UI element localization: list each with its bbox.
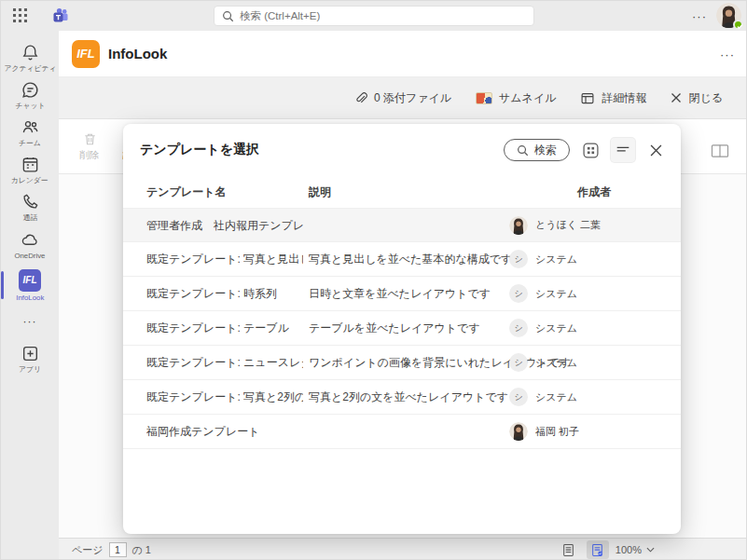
- search-icon: [222, 10, 234, 22]
- template-description: 日時と文章を並べたレイアウトです: [309, 286, 491, 302]
- grid-view-icon: [582, 142, 600, 159]
- details-window-icon: [580, 91, 595, 105]
- sidebar-item-chat[interactable]: チャット: [1, 77, 59, 115]
- delete-button[interactable]: 削除: [70, 125, 109, 168]
- zoom-value: 100%: [616, 544, 642, 555]
- template-picker-dialog: テンプレートを選択 検索: [123, 124, 681, 534]
- column-header-name: テンプレート名: [146, 184, 226, 200]
- creator-name: システム: [535, 287, 577, 301]
- creator-name: 福岡 初子: [535, 425, 579, 439]
- calendar-icon: [21, 155, 40, 174]
- sidebar-item-infolook[interactable]: IFL InfoLook: [1, 264, 59, 307]
- search-input[interactable]: [240, 10, 526, 21]
- table-row[interactable]: 既定テンプレート: テーブル テーブルを並べたレイアウトです シ システム: [123, 311, 681, 346]
- template-name: 既定テンプレート: ニュースレター: [146, 355, 303, 371]
- zoom-dropdown[interactable]: 100%: [616, 544, 655, 555]
- document-view-icon: [562, 543, 574, 557]
- sidebar-item-calls[interactable]: 通話: [1, 189, 59, 226]
- creator-avatar-initial: シ: [509, 284, 528, 303]
- page-total-label: の 1: [132, 543, 151, 557]
- phone-icon: [21, 192, 40, 212]
- sidebar-item-label: チーム: [19, 138, 41, 148]
- topbar-more-button[interactable]: ···: [692, 1, 707, 31]
- attachments-button[interactable]: 0 添付ファイル: [341, 83, 463, 113]
- thumbnail-button[interactable]: サムネイル: [463, 83, 568, 113]
- template-table: テンプレート名 説明 作成者 管理者作成 社内報用テンプレート: [123, 176, 681, 449]
- template-name: 管理者作成 社内報用テンプレート: [146, 217, 303, 233]
- sidebar-item-activity[interactable]: アクティビティ: [1, 40, 59, 77]
- template-name: 福岡作成テンプレート: [146, 424, 259, 440]
- details-label: 詳細情報: [602, 90, 646, 106]
- sidebar-item-label: OneDrive: [14, 251, 45, 259]
- list-view-button[interactable]: [611, 138, 635, 162]
- thumbnail-image-icon: [476, 92, 492, 104]
- people-icon: [21, 117, 40, 137]
- sidebar-item-teams[interactable]: チーム: [1, 115, 59, 152]
- table-row[interactable]: 管理者作成 社内報用テンプレート とうほく 二葉: [123, 208, 681, 242]
- close-label: 閉じる: [688, 90, 723, 106]
- view-mode-data-button[interactable]: [587, 540, 609, 559]
- global-search[interactable]: [214, 6, 534, 26]
- app-title: InfoLook: [108, 46, 167, 61]
- template-search-button[interactable]: 検索: [504, 139, 570, 161]
- template-description: 写真と2列の文を並べたレイアウトです: [309, 389, 508, 405]
- column-header-creator: 作成者: [577, 184, 611, 200]
- template-name: 既定テンプレート: 写真と2列のレイ...: [146, 389, 303, 405]
- infolook-header: IFL InfoLook ···: [59, 31, 747, 77]
- search-button-label: 検索: [534, 143, 557, 158]
- creator-name: とうほく 二葉: [535, 218, 601, 232]
- creator-name: システム: [535, 321, 577, 335]
- sidebar-item-apps[interactable]: アプリ: [1, 338, 59, 381]
- top-bar: ···: [1, 1, 747, 31]
- chat-icon: [21, 80, 40, 100]
- app-launcher-waffle-icon[interactable]: [12, 7, 29, 24]
- view-mode-document-button[interactable]: [558, 540, 580, 559]
- thumbnail-label: サムネイル: [499, 90, 556, 106]
- sidebar-item-label: アクティビティ: [4, 63, 56, 74]
- dialog-close-button[interactable]: [643, 138, 668, 162]
- sidebar-item-onedrive[interactable]: OneDrive: [1, 226, 59, 264]
- creator-avatar-initial: シ: [509, 353, 528, 372]
- sidebar-item-label: InfoLook: [16, 293, 44, 301]
- attachments-label: 0 添付ファイル: [374, 90, 451, 106]
- status-bar: ページ の 1 100%: [59, 538, 747, 560]
- sidebar-more-apps-button[interactable]: ···: [1, 310, 59, 333]
- document-data-view-icon: [591, 543, 603, 557]
- template-name: 既定テンプレート: 写真と見出し: [146, 252, 303, 267]
- table-row[interactable]: 既定テンプレート: 写真と見出し 写真と見出しを並べた基本的な構成です シ シス…: [123, 242, 681, 277]
- sidebar-item-label: カレンダー: [11, 175, 48, 185]
- sidebar-item-calendar[interactable]: カレンダー: [1, 152, 59, 189]
- teams-window: ··· アクティビティ: [0, 0, 747, 560]
- creator-avatar-initial: シ: [509, 388, 528, 406]
- template-name: 既定テンプレート: 時系列: [146, 286, 277, 302]
- search-icon: [517, 144, 529, 157]
- template-description: 写真と見出しを並べた基本的な構成です: [309, 252, 512, 267]
- infolook-logo-icon: IFL: [72, 40, 100, 68]
- page-number-input[interactable]: [109, 542, 127, 557]
- page-label: ページ: [72, 543, 104, 557]
- app-header-more-button[interactable]: ···: [720, 31, 735, 77]
- table-row[interactable]: 既定テンプレート: ニュースレター ワンポイントの画像を背景にいれたレイアウトで…: [123, 346, 681, 380]
- details-button[interactable]: 詳細情報: [568, 83, 658, 113]
- table-row[interactable]: 既定テンプレート: 写真と2列のレイ... 写真と2列の文を並べたレイアウトです…: [123, 380, 681, 415]
- trash-icon: [82, 131, 98, 147]
- app-rail: アクティビティ チャット チーム カレンダー: [1, 31, 59, 560]
- sidebar-item-label: チャット: [15, 101, 45, 111]
- table-header: テンプレート名 説明 作成者: [123, 176, 681, 208]
- close-document-button[interactable]: 閉じる: [658, 83, 735, 113]
- user-avatar[interactable]: [716, 3, 741, 28]
- close-icon: [671, 92, 682, 103]
- creator-avatar-photo-icon: [509, 216, 528, 235]
- sidebar-item-label: アプリ: [19, 364, 41, 375]
- table-row[interactable]: 福岡作成テンプレート 福岡 初子: [123, 415, 681, 449]
- close-icon: [650, 144, 662, 157]
- grid-view-button[interactable]: [578, 138, 602, 162]
- command-bar: 0 添付ファイル サムネイル 詳細情報 閉じる: [59, 77, 747, 119]
- creator-name: システム: [535, 356, 577, 370]
- waffle-icon: [12, 7, 29, 24]
- cloud-icon: [20, 230, 40, 250]
- table-row[interactable]: 既定テンプレート: 時系列 日時と文章を並べたレイアウトです シ システム: [123, 277, 681, 311]
- dialog-header: テンプレートを選択 検索: [123, 124, 681, 176]
- split-view-toggle[interactable]: [711, 143, 729, 162]
- infolook-app-icon: IFL: [19, 269, 41, 292]
